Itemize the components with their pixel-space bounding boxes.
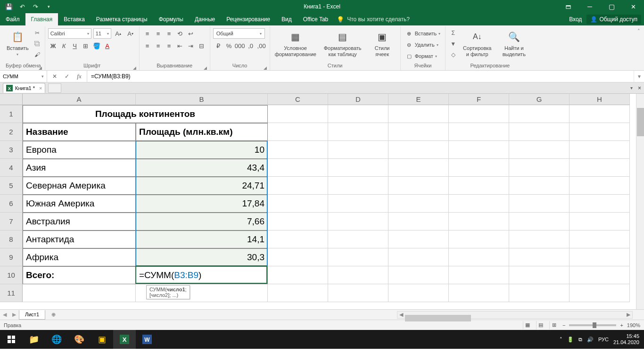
close-all-icon[interactable]: ×: [638, 85, 641, 91]
cell-C5[interactable]: [268, 177, 328, 195]
cell-E11[interactable]: [388, 284, 449, 302]
cell-H2[interactable]: [570, 123, 630, 141]
cell-F4[interactable]: [449, 159, 509, 177]
bold-button[interactable]: Ж: [48, 41, 58, 51]
format-painter-icon[interactable]: 🖌: [33, 50, 42, 59]
cond-format-button[interactable]: ▦Условное форматирование: [273, 28, 318, 58]
enter-formula-icon[interactable]: ✓: [61, 72, 73, 81]
col-header-H[interactable]: H: [570, 94, 630, 105]
clear-icon[interactable]: ◇: [448, 50, 458, 59]
cell-C7[interactable]: [268, 213, 328, 230]
cell-B8[interactable]: 14,1: [136, 230, 268, 248]
cell-H3[interactable]: [570, 141, 630, 159]
horizontal-scrollbar[interactable]: ◀ ▶: [397, 311, 633, 319]
cell-E7[interactable]: [388, 213, 449, 230]
font-name-box[interactable]: Calibri▾: [48, 28, 91, 39]
chevron-down-icon[interactable]: ▾: [41, 74, 44, 79]
ribbon-options-icon[interactable]: [557, 0, 579, 13]
shrink-font-icon[interactable]: A▾: [125, 28, 136, 39]
cell-D11[interactable]: [328, 284, 388, 302]
redo-icon[interactable]: ↷: [30, 1, 41, 12]
sheet-tab[interactable]: Лист1: [19, 310, 45, 320]
dec-decimal-icon[interactable]: ,00: [256, 41, 267, 51]
merge-icon[interactable]: ⊟: [197, 41, 207, 51]
share-button[interactable]: 👤 Общий доступ: [586, 15, 641, 24]
cell-A11[interactable]: [23, 284, 136, 302]
page-break-view-icon[interactable]: ⊞: [549, 321, 559, 329]
excel-icon[interactable]: X: [113, 330, 136, 349]
border-button[interactable]: ⊞: [81, 41, 91, 51]
wrap-text-icon[interactable]: ↩: [186, 28, 196, 39]
row-header-4[interactable]: 4: [0, 159, 23, 177]
workbook-tab[interactable]: X Книга1 * ×: [3, 83, 45, 93]
vertical-scrollbar[interactable]: [636, 94, 644, 309]
cell-C3[interactable]: [268, 141, 328, 159]
zoom-slider[interactable]: [569, 324, 616, 326]
col-header-G[interactable]: G: [509, 94, 570, 105]
cell-B2[interactable]: Площадь (млн.кв.км): [136, 123, 268, 141]
cell-B7[interactable]: 7,66: [136, 213, 268, 230]
cell-G3[interactable]: [509, 141, 570, 159]
cancel-formula-icon[interactable]: ✕: [49, 72, 60, 81]
tab-file[interactable]: Файл: [0, 13, 25, 25]
cell-E10[interactable]: [388, 266, 449, 284]
page-layout-view-icon[interactable]: ▤: [536, 321, 545, 329]
fill-icon[interactable]: ▼: [448, 39, 458, 49]
cell-styles-button[interactable]: ▣Стили ячеек: [367, 28, 397, 58]
insert-cells-button[interactable]: ⊕Вставить ▾: [404, 28, 443, 39]
sort-filter-button[interactable]: A↓Сортировка и фильтр: [460, 28, 495, 58]
tab-office-tab[interactable]: Office Tab: [297, 13, 334, 25]
minimize-button[interactable]: ─: [579, 0, 601, 13]
save-icon[interactable]: 💾: [4, 1, 14, 12]
tab-insert[interactable]: Вставка: [58, 13, 91, 25]
clock[interactable]: 15:45 21.04.2020: [613, 333, 639, 346]
paste-button[interactable]: 📋 Вставить ▾: [5, 28, 31, 58]
cell-H6[interactable]: [570, 195, 630, 213]
cell-C4[interactable]: [268, 159, 328, 177]
cell-G5[interactable]: [509, 177, 570, 195]
maximize-button[interactable]: ▢: [601, 0, 622, 13]
cell-E9[interactable]: [388, 248, 449, 266]
cell-E5[interactable]: [388, 177, 449, 195]
dec-indent-icon[interactable]: ⇤: [175, 41, 185, 51]
tab-home[interactable]: Главная: [25, 13, 58, 25]
tab-menu-icon[interactable]: ▾: [630, 85, 633, 90]
align-left-icon[interactable]: ≡: [142, 41, 153, 51]
cell-D6[interactable]: [328, 195, 388, 213]
fill-color-button[interactable]: 🪣: [91, 41, 102, 51]
cell-E4[interactable]: [388, 159, 449, 177]
cell-A6[interactable]: Южная Америка: [23, 195, 136, 213]
col-header-B[interactable]: B: [136, 94, 268, 105]
paint-icon[interactable]: 🎨: [68, 330, 91, 349]
cell-F3[interactable]: [449, 141, 509, 159]
cell-H8[interactable]: [570, 230, 630, 248]
tab-data[interactable]: Данные: [189, 13, 221, 25]
cell-G9[interactable]: [509, 248, 570, 266]
inc-indent-icon[interactable]: ⇥: [186, 41, 196, 51]
worksheet-grid[interactable]: ABCDEFGH 1234567891011 Площадь континент…: [0, 94, 644, 309]
col-header-A[interactable]: A: [23, 94, 136, 105]
cell-G11[interactable]: [509, 284, 570, 302]
cell-F8[interactable]: [449, 230, 509, 248]
row-header-11[interactable]: 11: [0, 284, 23, 302]
cell-D5[interactable]: [328, 177, 388, 195]
cell-B5[interactable]: 24,71: [136, 177, 268, 195]
cell-D7[interactable]: [328, 213, 388, 230]
underline-button[interactable]: Ч: [70, 41, 80, 51]
cell-G10[interactable]: [509, 266, 570, 284]
cell-H4[interactable]: [570, 159, 630, 177]
cell-G4[interactable]: [509, 159, 570, 177]
scroll-right-icon[interactable]: ▶: [625, 312, 632, 318]
cell-G8[interactable]: [509, 230, 570, 248]
format-table-button[interactable]: ▤Форматировать как таблицу: [320, 28, 365, 58]
cell-H9[interactable]: [570, 248, 630, 266]
row-header-1[interactable]: 1: [0, 105, 23, 123]
qat-dropdown-icon[interactable]: ▾: [43, 1, 54, 12]
cell-H10[interactable]: [570, 266, 630, 284]
add-sheet-icon[interactable]: ⊕: [48, 310, 58, 320]
cell-F7[interactable]: [449, 213, 509, 230]
cell-E8[interactable]: [388, 230, 449, 248]
cell-B3[interactable]: 10: [136, 141, 268, 159]
scroll-thumb[interactable]: [405, 315, 471, 321]
expand-formula-icon[interactable]: ▾: [634, 71, 644, 82]
